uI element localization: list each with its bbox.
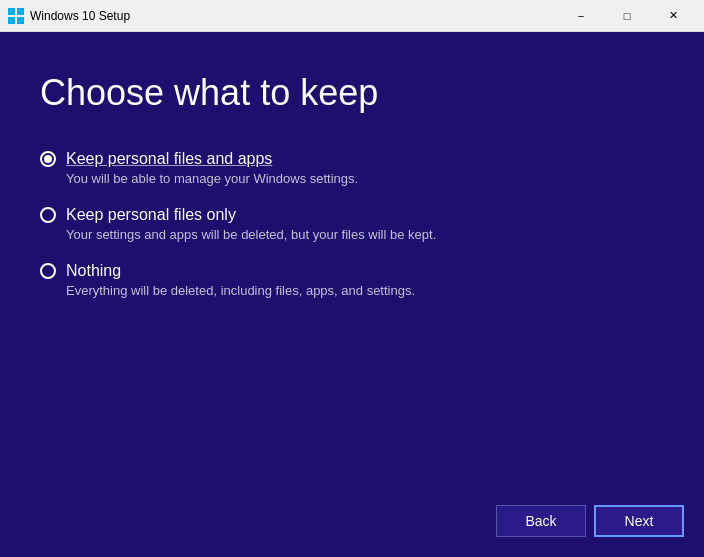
radio-keep-files-apps[interactable] [40,151,56,167]
close-button[interactable]: ✕ [650,0,696,32]
option-row-2: Keep personal files only [40,206,664,224]
option-keep-files-only[interactable]: Keep personal files only Your settings a… [40,206,664,242]
option-row-3: Nothing [40,262,664,280]
main-content: Choose what to keep Keep personal files … [0,32,704,557]
minimize-button[interactable]: − [558,0,604,32]
maximize-button[interactable]: □ [604,0,650,32]
titlebar: Windows 10 Setup − □ ✕ [0,0,704,32]
option-label-nothing: Nothing [66,262,121,280]
option-keep-files-apps[interactable]: Keep personal files and apps You will be… [40,150,664,186]
next-button[interactable]: Next [594,505,684,537]
svg-rect-3 [17,17,24,24]
option-nothing[interactable]: Nothing Everything will be deleted, incl… [40,262,664,298]
option-row-1: Keep personal files and apps [40,150,664,168]
svg-rect-2 [8,17,15,24]
option-desc-keep-files-only: Your settings and apps will be deleted, … [66,227,664,242]
back-button[interactable]: Back [496,505,586,537]
app-icon [8,8,24,24]
titlebar-controls: − □ ✕ [558,0,696,32]
option-desc-nothing: Everything will be deleted, including fi… [66,283,664,298]
page-title: Choose what to keep [40,72,664,114]
titlebar-title: Windows 10 Setup [30,9,558,23]
options-container: Keep personal files and apps You will be… [40,150,664,298]
svg-rect-0 [8,8,15,15]
footer-buttons: Back Next [496,505,684,537]
option-desc-keep-files-apps: You will be able to manage your Windows … [66,171,664,186]
option-label-keep-files-only: Keep personal files only [66,206,236,224]
radio-nothing[interactable] [40,263,56,279]
option-label-keep-files-apps: Keep personal files and apps [66,150,272,168]
svg-rect-1 [17,8,24,15]
radio-keep-files-only[interactable] [40,207,56,223]
